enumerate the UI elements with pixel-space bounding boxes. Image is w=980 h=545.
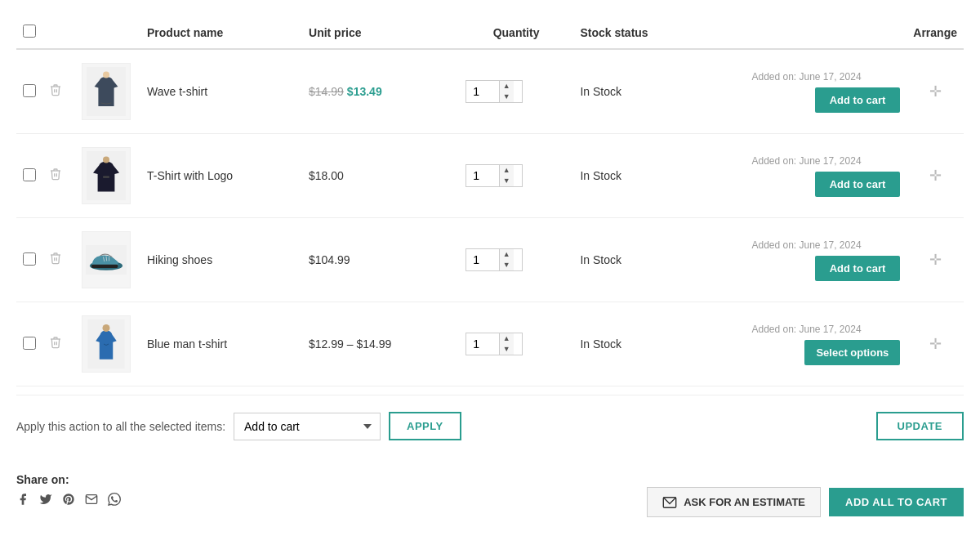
row-action-cell: Added on: June 17, 2024 Add to cart [706,134,907,218]
action-container: Added on: June 17, 2024 Add to cart [713,71,901,113]
quantity-down[interactable]: ▼ [500,344,514,355]
facebook-icon[interactable] [16,493,29,509]
row-quantity-cell: ▲ ▼ [459,49,574,134]
quantity-input[interactable]: ▲ ▼ [466,333,523,355]
share-label: Share on: [16,473,121,486]
quantity-input[interactable]: ▲ ▼ [466,80,523,103]
add-to-cart-button[interactable]: Add to cart [815,87,901,113]
row-stock-status: In Stock [573,218,706,302]
svg-point-3 [103,156,109,163]
row-checkbox[interactable] [23,168,36,181]
row-checkbox-cell [16,49,42,134]
row-action-cell: Added on: June 17, 2024 Add to cart [706,218,907,302]
quantity-down[interactable]: ▼ [500,260,514,270]
select-options-button[interactable]: Select options [804,340,900,365]
stock-label: In Stock [580,253,621,266]
quantity-input[interactable]: ▲ ▼ [466,164,523,187]
row-checkbox[interactable] [23,337,36,350]
row-arrange-cell: ✛ [906,134,964,218]
delete-icon[interactable] [49,170,62,184]
apply-action-label: Apply this action to all the selected it… [16,420,225,433]
add-to-cart-button[interactable]: Add to cart [815,256,901,281]
svg-rect-7 [91,265,118,268]
stock-label: In Stock [580,337,621,351]
row-quantity-cell: ▲ ▼ [459,302,574,386]
twitter-icon[interactable] [39,493,52,509]
quantity-up[interactable]: ▲ [500,249,514,260]
action-container: Added on: June 17, 2024 Add to cart [713,239,901,281]
ask-estimate-button[interactable]: ASK FOR AN ESTIMATE [647,487,821,517]
row-stock-status: In Stock [573,302,706,386]
quantity-arrows: ▲ ▼ [499,165,514,186]
row-checkbox[interactable] [23,252,36,266]
svg-point-9 [103,324,110,332]
row-quantity-cell: ▲ ▼ [459,134,574,218]
row-product-name: Hiking shoes [140,218,302,302]
ask-estimate-label: ASK FOR AN ESTIMATE [684,496,805,508]
col-arrange: Arrange [906,16,964,49]
quantity-arrows: ▲ ▼ [499,333,514,355]
price-single: $104.99 [309,253,350,266]
row-price: $12.99 – $14.99 [302,302,459,386]
action-container: Added on: June 17, 2024 Select options [713,324,901,365]
quantity-field[interactable] [466,334,499,354]
price-old: $14.99 [309,85,344,98]
row-stock-status: In Stock [573,49,706,134]
quantity-up[interactable]: ▲ [500,165,514,176]
quantity-field[interactable] [466,250,499,270]
quantity-down[interactable]: ▼ [500,176,514,186]
add-to-cart-button[interactable]: Add to cart [815,172,901,197]
stock-label: In Stock [580,85,621,98]
col-product-name: Product name [140,16,302,49]
price-new: $13.49 [347,85,382,98]
table-row: Wave t-shirt$14.99$13.49 ▲ ▼ In Stock Ad… [16,49,964,134]
quantity-field[interactable] [466,82,499,101]
drag-handle-icon[interactable]: ✛ [929,83,942,100]
drag-handle-icon[interactable]: ✛ [929,336,942,352]
row-price: $104.99 [302,218,459,302]
email-icon[interactable] [85,493,98,509]
svg-rect-4 [103,176,109,177]
row-image-cell [75,134,140,218]
product-image [82,231,131,288]
quantity-field[interactable] [466,166,499,185]
row-image-cell [75,49,140,134]
email-envelope-icon [662,497,677,508]
row-image-cell [75,218,140,302]
quantity-input[interactable]: ▲ ▼ [466,248,523,271]
row-action-cell: Added on: June 17, 2024 Add to cart [706,49,907,134]
table-row: Hiking shoes$104.99 ▲ ▼ In Stock Added o… [16,218,964,302]
table-row: T-Shirt with Logo$18.00 ▲ ▼ In Stock Add… [16,134,964,218]
quantity-arrows: ▲ ▼ [499,81,514,102]
delete-icon[interactable] [49,338,62,352]
delete-icon[interactable] [49,86,62,100]
row-product-name: Wave t-shirt [140,49,302,134]
select-all-checkbox[interactable] [23,25,36,38]
action-select[interactable]: Add to cart Remove [234,413,381,440]
drag-handle-icon[interactable]: ✛ [929,168,942,184]
row-checkbox-cell [16,134,42,218]
quantity-up[interactable]: ▲ [500,81,514,92]
pinterest-icon[interactable] [62,493,75,509]
svg-point-1 [103,72,109,78]
header-img-col [75,16,140,49]
quantity-arrows: ▲ ▼ [499,249,514,270]
row-checkbox-cell [16,218,42,302]
row-checkbox-cell [16,302,42,386]
header-checkbox-col [16,16,42,49]
quantity-down[interactable]: ▼ [500,92,514,102]
row-product-name: T-Shirt with Logo [140,134,302,218]
whatsapp-icon[interactable] [108,493,121,509]
action-container: Added on: June 17, 2024 Add to cart [713,155,901,197]
update-button[interactable]: UPDATE [876,412,964,440]
apply-button[interactable]: APPLY [389,412,461,440]
row-product-name: Blue man t-shirt [140,302,302,386]
add-all-to-cart-button[interactable]: ADD ALL TO CART [829,488,964,516]
row-checkbox[interactable] [23,84,36,97]
stock-label: In Stock [580,169,621,182]
quantity-up[interactable]: ▲ [500,333,514,344]
drag-handle-icon[interactable]: ✛ [929,252,942,268]
delete-icon[interactable] [49,254,62,268]
footer-left: Apply this action to all the selected it… [16,412,461,440]
added-date: Added on: June 17, 2024 [713,155,901,167]
